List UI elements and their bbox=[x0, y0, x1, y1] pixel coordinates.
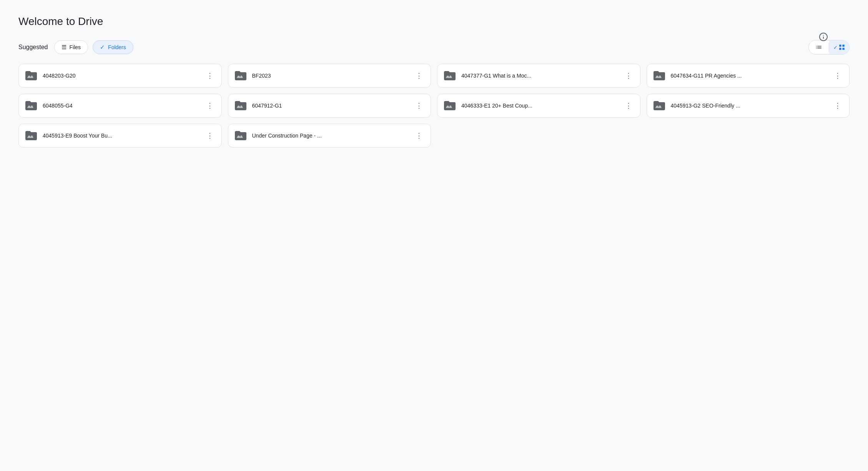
top-bar: Suggested ☰ Files ✓ Folders ✓ bbox=[18, 40, 850, 55]
folder-card[interactable]: Under Construction Page - ... ⋮ bbox=[228, 124, 431, 148]
folder-name: BF2023 bbox=[252, 73, 409, 79]
three-dot-icon: ⋮ bbox=[416, 71, 422, 80]
folder-card[interactable]: 4045913-G2 SEO-Friendly ... ⋮ bbox=[647, 94, 850, 118]
three-dot-icon: ⋮ bbox=[206, 131, 213, 140]
more-options-button[interactable]: ⋮ bbox=[831, 70, 844, 82]
folders-grid: 4048203-G20 ⋮ BF2023 ⋮ bbox=[18, 64, 850, 148]
suggested-label: Suggested bbox=[18, 44, 48, 51]
folder-icon bbox=[234, 99, 248, 113]
folder-icon bbox=[234, 69, 248, 83]
folder-name: Under Construction Page - ... bbox=[252, 133, 409, 139]
more-options-button[interactable]: ⋮ bbox=[204, 129, 216, 142]
three-dot-icon: ⋮ bbox=[416, 131, 422, 140]
three-dot-icon: ⋮ bbox=[625, 101, 632, 110]
folder-icon bbox=[443, 69, 457, 83]
more-options-button[interactable]: ⋮ bbox=[413, 129, 425, 142]
more-options-button[interactable]: ⋮ bbox=[413, 100, 425, 112]
left-controls: Suggested ☰ Files ✓ Folders bbox=[18, 40, 133, 54]
more-options-button[interactable]: ⋮ bbox=[204, 70, 216, 82]
check-icon-grid: ✓ bbox=[833, 45, 838, 50]
three-dot-icon: ⋮ bbox=[834, 71, 841, 80]
three-dot-icon: ⋮ bbox=[834, 101, 841, 110]
files-filter-label: Files bbox=[70, 44, 81, 50]
folder-card[interactable]: BF2023 ⋮ bbox=[228, 64, 431, 88]
folders-filter-button[interactable]: ✓ Folders bbox=[93, 40, 133, 54]
folder-icon bbox=[652, 99, 666, 113]
more-options-button[interactable]: ⋮ bbox=[831, 100, 844, 112]
check-icon: ✓ bbox=[100, 44, 105, 51]
folder-card[interactable]: 4047377-G1 What is a Moc... ⋮ bbox=[437, 64, 640, 88]
folder-name: 4046333-E1 20+ Best Coup... bbox=[461, 103, 618, 109]
more-options-button[interactable]: ⋮ bbox=[413, 70, 425, 82]
more-options-button[interactable]: ⋮ bbox=[204, 100, 216, 112]
folder-name: 4045913-E9 Boost Your Bu... bbox=[43, 133, 199, 139]
folder-card[interactable]: 6047634-G11 PR Agencies ... ⋮ bbox=[647, 64, 850, 88]
folder-card[interactable]: 4045913-E9 Boost Your Bu... ⋮ bbox=[18, 124, 222, 148]
folder-card[interactable]: 6048055-G4 ⋮ bbox=[18, 94, 222, 118]
folder-icon bbox=[24, 129, 38, 143]
folders-filter-label: Folders bbox=[108, 44, 126, 50]
three-dot-icon: ⋮ bbox=[206, 101, 213, 110]
folder-name: 4045913-G2 SEO-Friendly ... bbox=[671, 103, 827, 109]
three-dot-icon: ⋮ bbox=[625, 71, 632, 80]
folder-name: 4048203-G20 bbox=[43, 73, 199, 79]
page-title: Welcome to Drive bbox=[18, 15, 850, 28]
folder-name: 6048055-G4 bbox=[43, 103, 199, 109]
list-icon: ☰ bbox=[62, 44, 67, 51]
folder-icon bbox=[24, 99, 38, 113]
three-dot-icon: ⋮ bbox=[206, 71, 213, 80]
folder-name: 6047634-G11 PR Agencies ... bbox=[671, 73, 827, 79]
folder-card[interactable]: 4048203-G20 ⋮ bbox=[18, 64, 222, 88]
more-options-button[interactable]: ⋮ bbox=[622, 100, 635, 112]
folder-icon bbox=[443, 99, 457, 113]
folder-card[interactable]: 4046333-E1 20+ Best Coup... ⋮ bbox=[437, 94, 640, 118]
files-filter-button[interactable]: ☰ Files bbox=[54, 40, 88, 54]
info-button[interactable] bbox=[816, 29, 831, 45]
folder-card[interactable]: 6047912-G1 ⋮ bbox=[228, 94, 431, 118]
folder-name: 4047377-G1 What is a Moc... bbox=[461, 73, 618, 79]
folder-icon bbox=[24, 69, 38, 83]
folder-name: 6047912-G1 bbox=[252, 103, 409, 109]
folder-icon bbox=[234, 129, 248, 143]
folder-icon bbox=[652, 69, 666, 83]
three-dot-icon: ⋮ bbox=[416, 101, 422, 110]
more-options-button[interactable]: ⋮ bbox=[622, 70, 635, 82]
grid-view-button[interactable]: ✓ bbox=[829, 40, 849, 54]
